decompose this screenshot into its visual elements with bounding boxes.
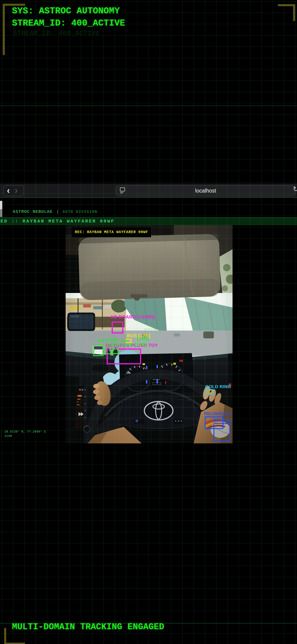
astroc-hud-page: { "hud": { "sys_line": "SYS: ASTROC AUTO… [0, 0, 297, 644]
car-label: car [15ft] [97, 338, 118, 343]
browser-toolbar: ‹ › localhost ↻ [0, 184, 297, 198]
corner-bracket-top-right [278, 4, 295, 21]
nav-button-group: ‹ › [3, 185, 24, 196]
octopus-plush-toy-box [106, 348, 141, 364]
url-text[interactable]: localhost [116, 186, 295, 196]
sys-line: SYS: ASTROC AUTONOMY [12, 5, 125, 17]
address-bar[interactable]: localhost [116, 185, 296, 196]
brand-name: ASTROC NEBULAE [13, 209, 53, 214]
back-button[interactable]: ‹ [7, 185, 10, 196]
gps-altitude: : 216M [1, 434, 46, 438]
brand-line: ASTROC NEBULAE|AUTO DIVISION [13, 209, 98, 214]
gps-readout: : 28.6139° N, 77.2090° E : 216M [1, 430, 46, 438]
bus-label: BUS [17ft] [127, 333, 150, 338]
religious-kalava-2-box [214, 423, 230, 442]
gold-ring-box [205, 389, 214, 394]
grid-accent-line [0, 106, 297, 106]
ad-board-label: AD BOARD [>100ft] [110, 314, 155, 320]
car-box [93, 345, 103, 356]
religious-kalava-1-label: RELIGIOUS K [204, 411, 232, 416]
hud-header: SYS: ASTROC AUTONOMY STREAM_ID: 400_ACTI… [12, 5, 125, 30]
brand-separator: | [56, 209, 59, 214]
motorbike-box-1-box [106, 347, 111, 354]
scroll-tab [0, 201, 2, 217]
ticker-text: ED :: RAYBAN META WAYFARER 00WF [0, 218, 297, 224]
gold-ring-label: GOLD RING [205, 384, 231, 389]
motorbike-box-2-box [112, 348, 118, 354]
status-ticker: ED :: RAYBAN META WAYFARER 00WF [0, 218, 297, 225]
gps-coordinates: : 28.6139° N, 77.2090° E [1, 430, 46, 434]
site-header: ASTROC NEBULAE|AUTO DIVISION [0, 198, 297, 218]
forward-button[interactable]: › [15, 185, 18, 196]
camera-feed: REC: RAYBAN META WAYFARER 00WF AD BOARD … [66, 225, 232, 444]
division-name: AUTO DIVISION [62, 210, 98, 214]
ad-board-box [112, 322, 124, 334]
reload-button[interactable]: ↻ [293, 185, 297, 193]
stream-ghost-echo: STREAM_ID: 400_ACTIVE [13, 30, 100, 37]
footer-status: MULTI-DOMAIN TRACKING ENGAGED [12, 622, 164, 632]
religious-kalava-2-label: RELIGIOU [213, 418, 232, 423]
rec-label: REC: RAYBAN META WAYFARER 00WF [72, 227, 151, 237]
stream-line: STREAM_ID: 400_ACTIVE [12, 17, 125, 30]
